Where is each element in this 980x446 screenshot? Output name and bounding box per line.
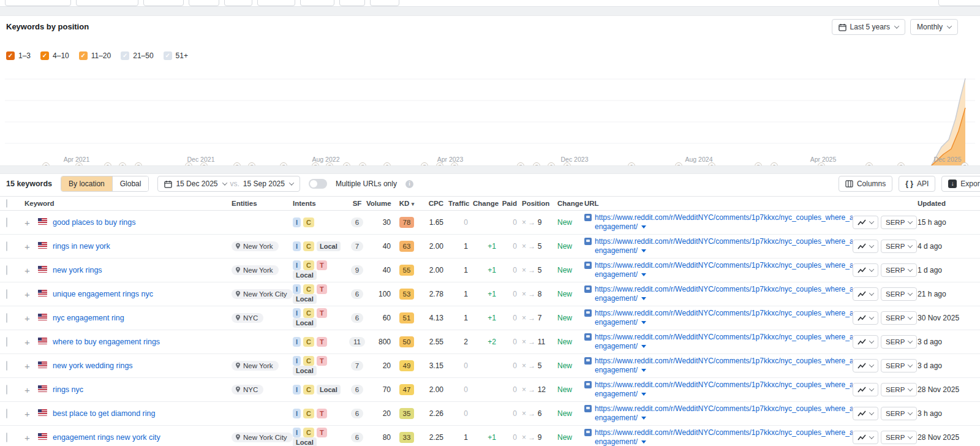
url-link-line2[interactable]: engagement/ xyxy=(595,222,639,231)
date-primary[interactable]: 15 Dec 2025 xyxy=(176,180,217,188)
scope-global[interactable]: Global xyxy=(112,176,149,191)
header-url[interactable]: URL xyxy=(584,200,853,207)
row-checkbox[interactable] xyxy=(6,433,7,442)
top-filter-button[interactable] xyxy=(370,0,399,6)
keyword-link[interactable]: engagement rings new york city xyxy=(53,433,232,442)
top-filter-button[interactable] xyxy=(189,0,219,6)
row-checkbox[interactable] xyxy=(6,409,7,418)
date-secondary[interactable]: 15 Sep 2025 xyxy=(243,180,285,188)
header-traffic[interactable]: Traffic xyxy=(448,200,473,207)
keyword-link[interactable]: good places to buy rings xyxy=(53,218,232,227)
url-link-line2[interactable]: engagement/ xyxy=(595,294,639,303)
serp-button[interactable]: SERP xyxy=(881,240,917,253)
header-updated[interactable]: Updated xyxy=(918,200,974,207)
position-history-chart-button[interactable] xyxy=(853,407,878,420)
keyword-link[interactable]: rings nyc xyxy=(53,385,232,394)
add-keyword-button[interactable]: + xyxy=(24,361,38,371)
header-entities[interactable]: Entities xyxy=(232,200,293,207)
url-link-line2[interactable]: engagement/ xyxy=(595,318,639,327)
row-checkbox[interactable] xyxy=(6,313,7,323)
serp-button[interactable]: SERP xyxy=(881,431,917,444)
serp-button[interactable]: SERP xyxy=(881,311,917,325)
top-filter-button[interactable] xyxy=(300,0,334,6)
add-keyword-button[interactable]: + xyxy=(24,313,38,323)
row-checkbox[interactable] xyxy=(6,217,7,227)
url-link-line2[interactable]: engagement/ xyxy=(595,390,639,398)
url-link-line2[interactable]: engagement/ xyxy=(595,437,639,446)
url-link[interactable]: https://www.reddit.com/r/WedditNYC/comme… xyxy=(595,404,853,413)
add-keyword-button[interactable]: + xyxy=(24,289,38,300)
url-expand-caret[interactable] xyxy=(641,273,646,276)
row-checkbox[interactable] xyxy=(6,289,7,299)
url-expand-caret[interactable] xyxy=(641,345,646,348)
add-keyword-button[interactable]: + xyxy=(24,433,38,443)
url-link[interactable]: https://www.reddit.com/r/WedditNYC/comme… xyxy=(595,428,853,437)
url-expand-caret[interactable] xyxy=(641,321,646,324)
url-link[interactable]: https://www.reddit.com/r/WedditNYC/comme… xyxy=(595,213,853,222)
position-filter-21-50[interactable]: ✓21–50 xyxy=(121,51,153,60)
url-link[interactable]: https://www.reddit.com/r/WedditNYC/comme… xyxy=(595,380,853,389)
url-link-line2[interactable]: engagement/ xyxy=(595,270,639,279)
position-history-chart-button[interactable] xyxy=(853,335,878,349)
position-filter-51+[interactable]: ✓51+ xyxy=(164,51,188,60)
header-intents[interactable]: Intents xyxy=(293,200,348,207)
url-expand-caret[interactable] xyxy=(641,393,646,396)
url-link[interactable]: https://www.reddit.com/r/WedditNYC/comme… xyxy=(595,261,853,270)
url-link[interactable]: https://www.reddit.com/r/WedditNYC/comme… xyxy=(595,357,853,365)
keyword-link[interactable]: best place to get diamond ring xyxy=(53,409,232,418)
header-sf[interactable]: SF xyxy=(348,200,366,207)
header-cpc[interactable]: CPC xyxy=(418,200,448,207)
row-checkbox[interactable] xyxy=(6,241,7,251)
url-expand-caret[interactable] xyxy=(641,297,646,300)
url-link-line2[interactable]: engagement/ xyxy=(595,366,639,374)
serp-button[interactable]: SERP xyxy=(881,335,917,349)
header-position[interactable]: Position xyxy=(522,200,557,207)
top-filter-button[interactable] xyxy=(76,0,138,6)
position-filter-4-10[interactable]: ✓4–10 xyxy=(40,51,69,60)
header-traffic-change[interactable]: Change xyxy=(473,200,501,207)
columns-button[interactable]: Columns xyxy=(839,176,892,192)
url-link[interactable]: https://www.reddit.com/r/WedditNYC/comme… xyxy=(595,333,853,341)
position-history-chart-button[interactable] xyxy=(853,359,878,372)
position-filter-11-20[interactable]: ✓11–20 xyxy=(79,51,111,60)
keyword-link[interactable]: rings in new york xyxy=(53,242,232,251)
url-expand-caret[interactable] xyxy=(641,440,646,444)
export-button[interactable]: ↓ Export xyxy=(941,176,980,192)
serp-button[interactable]: SERP xyxy=(881,407,917,420)
header-paid[interactable]: Paid xyxy=(501,200,522,207)
keyword-link[interactable]: new york rings xyxy=(53,266,232,274)
add-keyword-button[interactable]: + xyxy=(24,409,38,419)
top-filter-button[interactable] xyxy=(5,0,71,6)
scope-by-location[interactable]: By location xyxy=(61,176,112,191)
select-all-checkbox[interactable] xyxy=(6,199,7,208)
top-filter-button[interactable] xyxy=(257,0,295,6)
top-filter-button[interactable] xyxy=(143,0,184,6)
top-filter-button[interactable] xyxy=(938,0,980,6)
url-expand-caret[interactable] xyxy=(641,417,646,420)
header-kd[interactable]: KD ▾ xyxy=(396,200,418,207)
position-history-chart-button[interactable] xyxy=(853,287,878,301)
position-history-chart-button[interactable] xyxy=(853,431,878,444)
keyword-link[interactable]: new york wedding rings xyxy=(53,361,232,370)
compare-dates-control[interactable]: 15 Dec 2025 vs. 15 Sep 2025 xyxy=(157,176,300,192)
row-checkbox[interactable] xyxy=(6,385,7,395)
multiple-urls-toggle[interactable] xyxy=(309,179,327,189)
position-history-chart-button[interactable] xyxy=(853,216,878,229)
url-link[interactable]: https://www.reddit.com/r/WedditNYC/comme… xyxy=(595,237,853,246)
url-link[interactable]: https://www.reddit.com/r/WedditNYC/comme… xyxy=(595,285,853,293)
url-link-line2[interactable]: engagement/ xyxy=(595,246,639,255)
top-filter-button[interactable] xyxy=(224,0,252,6)
keyword-link[interactable]: unique engagement rings nyc xyxy=(53,290,232,298)
header-keyword[interactable]: Keyword xyxy=(24,200,232,207)
add-keyword-button[interactable]: + xyxy=(24,217,38,228)
top-filter-button[interactable] xyxy=(339,0,365,6)
row-checkbox[interactable] xyxy=(6,337,7,347)
api-button[interactable]: { } API xyxy=(899,176,935,192)
url-link[interactable]: https://www.reddit.com/r/WedditNYC/comme… xyxy=(595,309,853,317)
position-history-chart-button[interactable] xyxy=(853,311,878,325)
url-expand-caret[interactable] xyxy=(641,249,646,252)
add-keyword-button[interactable]: + xyxy=(24,241,38,252)
add-keyword-button[interactable]: + xyxy=(24,385,38,395)
position-history-chart-button[interactable] xyxy=(853,383,878,396)
header-position-change[interactable]: Change xyxy=(557,200,584,207)
